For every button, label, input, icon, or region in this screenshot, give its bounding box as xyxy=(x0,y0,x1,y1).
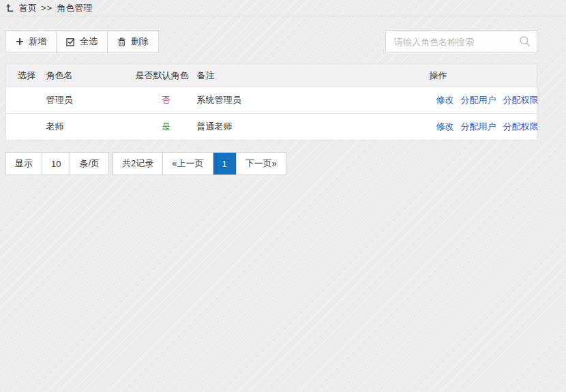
row-select-checkbox[interactable] xyxy=(6,87,46,114)
table-row: 管理员否系统管理员修改分配用户分配权限 xyxy=(6,87,537,114)
is-default-cell: 是 xyxy=(136,114,197,140)
breadcrumb-separator: >> xyxy=(41,3,53,13)
assign-user-link[interactable]: 分配用户 xyxy=(461,121,496,132)
total-records: 共2记录 xyxy=(113,153,163,175)
breadcrumb: 首页 >> 角色管理 xyxy=(0,0,566,16)
page-size-group: 显示 10 条/页 xyxy=(5,152,109,175)
is-default-cell: 否 xyxy=(136,87,197,114)
role-name-cell: 老师 xyxy=(46,114,136,140)
actions-cell: 修改分配用户分配权限 xyxy=(430,114,537,140)
page-size-unit: 条/页 xyxy=(70,153,108,175)
delete-button-label: 删除 xyxy=(131,35,149,48)
assign-permission-link[interactable]: 分配权限 xyxy=(503,121,539,132)
pagination: 显示 10 条/页 共2记录 «上一页 1 下一页» xyxy=(5,152,537,175)
row-select-checkbox[interactable] xyxy=(6,114,46,140)
role-name-cell: 管理员 xyxy=(46,87,136,114)
column-header-remark: 备注 xyxy=(197,64,430,87)
modify-link[interactable]: 修改 xyxy=(436,95,454,105)
table-header-row: 选择 角色名 是否默认角色 备注 操作 xyxy=(6,64,537,87)
level-up-icon xyxy=(5,3,14,12)
prev-page-button[interactable]: «上一页 xyxy=(163,153,213,175)
table-row: 老师是普通老师修改分配用户分配权限 xyxy=(6,114,537,140)
breadcrumb-current: 角色管理 xyxy=(57,2,92,14)
delete-button[interactable]: 删除 xyxy=(108,30,159,53)
assign-user-link[interactable]: 分配用户 xyxy=(461,95,496,105)
remark-cell: 系统管理员 xyxy=(197,87,430,114)
search-icon[interactable] xyxy=(518,35,531,48)
remark-cell: 普通老师 xyxy=(197,114,430,140)
trash-icon xyxy=(117,37,126,46)
checkbox-checked-icon xyxy=(66,37,75,46)
select-all-button-label: 全选 xyxy=(80,35,98,48)
assign-permission-link[interactable]: 分配权限 xyxy=(503,95,539,105)
actions-cell: 修改分配用户分配权限 xyxy=(430,87,537,114)
page-nav-group: 共2记录 «上一页 1 下一页» xyxy=(113,152,286,175)
column-header-actions: 操作 xyxy=(430,64,537,87)
select-all-button[interactable]: 全选 xyxy=(57,30,108,53)
page-root: 首页 >> 角色管理 新增 xyxy=(0,0,566,175)
add-button-label: 新增 xyxy=(29,35,46,48)
column-header-select: 选择 xyxy=(6,64,46,87)
toolbar: 新增 全选 xyxy=(5,30,537,53)
roles-table: 选择 角色名 是否默认角色 备注 操作 管理员否系统管理员修改分配用户分配权限老… xyxy=(5,63,537,140)
main-content: 新增 全选 xyxy=(5,30,537,175)
breadcrumb-home[interactable]: 首页 xyxy=(19,2,37,14)
display-label: 显示 xyxy=(6,153,42,175)
column-header-role-name: 角色名 xyxy=(46,64,136,87)
modify-link[interactable]: 修改 xyxy=(436,121,454,132)
next-page-button[interactable]: 下一页» xyxy=(237,153,286,175)
add-button[interactable]: 新增 xyxy=(5,30,57,53)
current-page-button[interactable]: 1 xyxy=(213,153,237,175)
page-size-value[interactable]: 10 xyxy=(42,153,70,175)
toolbar-button-group: 新增 全选 xyxy=(5,30,159,53)
plus-icon xyxy=(16,37,24,46)
search-input[interactable] xyxy=(385,30,537,53)
column-header-is-default: 是否默认角色 xyxy=(136,64,197,87)
search-box xyxy=(385,30,537,53)
